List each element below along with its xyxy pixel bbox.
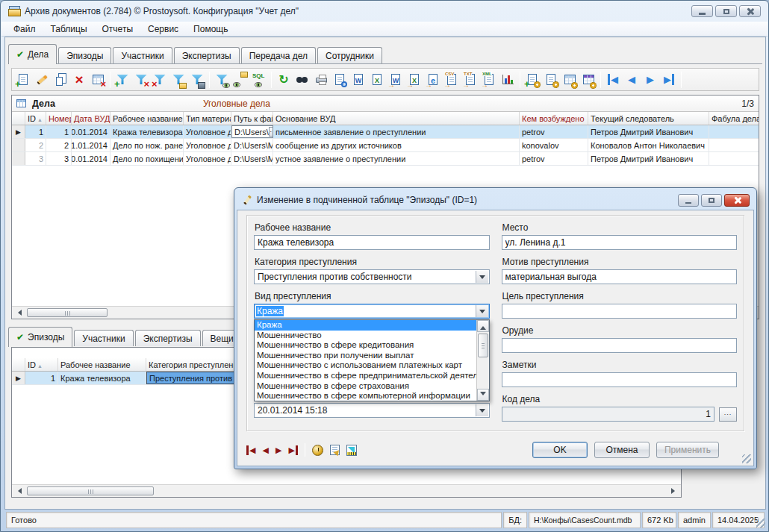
filter-save-icon[interactable] xyxy=(188,71,206,89)
chevron-down-icon[interactable] xyxy=(476,404,488,416)
tab-detail-episodes[interactable]: Эпизоды xyxy=(8,327,72,347)
chevron-down-icon[interactable] xyxy=(476,305,488,317)
close-button[interactable] xyxy=(739,5,761,17)
export-word-icon[interactable] xyxy=(349,71,367,89)
work-title-input[interactable] xyxy=(254,235,490,250)
export-html-icon[interactable] xyxy=(424,71,442,89)
table-row[interactable]: 3 3 10.01.2014 Дело по похищению Уголовн… xyxy=(12,152,759,166)
dropdown-item[interactable]: Мошенничество в сфере кредитования xyxy=(255,340,489,351)
chevron-down-icon[interactable] xyxy=(476,271,488,283)
tab-cases[interactable]: Дела xyxy=(8,44,57,64)
refresh-icon[interactable] xyxy=(275,71,293,89)
dropdown-vscrollbar[interactable] xyxy=(476,320,489,401)
export-csv-icon[interactable] xyxy=(443,71,461,89)
scroll-right-button[interactable] xyxy=(668,485,681,497)
maximize-button[interactable] xyxy=(715,5,737,17)
dialog-close-button[interactable] xyxy=(724,194,750,207)
subquery-view-icon[interactable] xyxy=(231,71,249,89)
col-fabula[interactable]: Фабула дела xyxy=(709,112,759,125)
cancel-button[interactable]: Отмена xyxy=(594,442,650,458)
col-work-title[interactable]: Рабочее название xyxy=(58,358,146,371)
dropdown-item[interactable]: Мошенничество при получении выплат xyxy=(255,351,489,361)
scroll-thumb[interactable] xyxy=(27,486,154,495)
nav-last-icon[interactable] xyxy=(660,71,678,89)
record-next-icon[interactable] xyxy=(275,445,281,455)
delete-from-table-icon[interactable] xyxy=(89,71,107,89)
dropdown-item[interactable]: Мошенничество с использованием платежных… xyxy=(255,360,489,371)
minimize-button[interactable] xyxy=(691,5,713,17)
nav-prev-icon[interactable] xyxy=(623,71,641,89)
form-settings-new-icon[interactable] xyxy=(523,71,541,89)
case-code-picker-button[interactable] xyxy=(719,407,737,422)
menu-service[interactable]: Сервис xyxy=(140,22,186,36)
record-first-icon[interactable] xyxy=(246,445,255,455)
form-edit-icon[interactable] xyxy=(330,445,340,455)
dropdown-item[interactable]: Кража xyxy=(255,320,489,331)
menu-tables[interactable]: Таблицы xyxy=(43,22,95,36)
scroll-down-button[interactable] xyxy=(477,389,489,401)
category-combobox[interactable]: Преступления против собственности xyxy=(254,269,490,284)
delete-record-icon[interactable]: × xyxy=(70,71,88,89)
col-work-title[interactable]: Рабочее название xyxy=(110,112,184,125)
nav-first-icon[interactable] xyxy=(604,71,622,89)
export-excel-template-icon[interactable] xyxy=(405,71,423,89)
col-file-path[interactable]: Путь к файлу xyxy=(231,112,273,125)
file-path-editor[interactable]: D:\Users\ xyxy=(231,125,273,138)
filter-clear-icon[interactable] xyxy=(151,71,169,89)
datetime-combobox[interactable]: 20.01.2014 15:18 xyxy=(254,403,490,418)
filter-view-icon[interactable] xyxy=(213,71,231,89)
table-row[interactable]: 2 2 21.01.2014 Дело по нож. ранению Угол… xyxy=(12,139,759,152)
filter-remove-icon[interactable] xyxy=(132,71,150,89)
add-record-icon[interactable] xyxy=(14,71,32,89)
tool-input[interactable] xyxy=(502,338,738,353)
menu-reports[interactable]: Отчеты xyxy=(95,22,140,36)
apply-button[interactable]: Применить xyxy=(656,442,719,458)
place-input[interactable] xyxy=(502,235,738,250)
tab-detail-participants[interactable]: Участники xyxy=(74,330,133,346)
chart-icon[interactable] xyxy=(499,71,517,89)
edit-record-icon[interactable] xyxy=(33,71,51,89)
tab-expertises[interactable]: Экспертизы xyxy=(174,47,240,63)
table-row[interactable]: 1 1 20.01.2014 Кража телевизора Уголовно… xyxy=(12,125,759,139)
search-icon[interactable] xyxy=(293,71,311,89)
col-vud-date[interactable]: Дата ВУД xyxy=(72,112,110,125)
grid-style-settings-icon[interactable] xyxy=(579,71,597,89)
tab-employees[interactable]: Сотрудники xyxy=(317,47,382,63)
record-last-icon[interactable] xyxy=(288,445,297,455)
print-icon[interactable] xyxy=(312,71,330,89)
col-material-type[interactable]: Тип материала xyxy=(184,112,231,125)
dialog-minimize-button[interactable] xyxy=(678,194,699,207)
dropdown-item[interactable]: Мошенничество xyxy=(255,331,489,341)
menu-help[interactable]: Помощь xyxy=(186,22,235,36)
tab-detail-expertises[interactable]: Экспертизы xyxy=(135,330,201,346)
dialog-maximize-button[interactable] xyxy=(701,194,722,207)
scroll-thumb[interactable] xyxy=(478,334,488,357)
menu-file[interactable]: Файл xyxy=(6,22,43,36)
col-id[interactable]: ID xyxy=(25,358,58,371)
col-number[interactable]: Номер xyxy=(46,112,72,125)
sql-view-icon[interactable] xyxy=(250,71,268,89)
grid-settings-icon[interactable] xyxy=(561,71,579,89)
ok-button[interactable]: OK xyxy=(532,442,588,458)
motive-input[interactable] xyxy=(502,269,738,284)
tab-participants[interactable]: Участники xyxy=(113,47,172,63)
export-xml-icon[interactable] xyxy=(480,71,498,89)
scroll-left-button[interactable] xyxy=(12,485,25,497)
tab-case-transfer[interactable]: Передача дел xyxy=(241,47,316,63)
col-vud-basis[interactable]: Основание ВУД xyxy=(273,112,520,125)
filter-open-icon[interactable] xyxy=(169,71,187,89)
export-txt-icon[interactable] xyxy=(461,71,479,89)
export-excel-icon[interactable] xyxy=(368,71,386,89)
copy-record-icon[interactable] xyxy=(52,71,69,89)
tab-episodes[interactable]: Эпизоды xyxy=(58,47,111,63)
clock-icon[interactable] xyxy=(312,445,323,456)
window-resize-grip[interactable] xyxy=(756,519,765,528)
dropdown-item[interactable]: Мошенничество в сфере предпринимательско… xyxy=(255,371,489,381)
case-code-input[interactable] xyxy=(502,407,715,422)
dropdown-item[interactable]: Мошенничество в сфере страхования xyxy=(255,381,489,392)
notes-input[interactable] xyxy=(502,372,738,387)
report-template-icon[interactable] xyxy=(346,445,357,456)
export-word-template-icon[interactable] xyxy=(387,71,405,89)
nav-next-icon[interactable] xyxy=(641,71,659,89)
scroll-left-button[interactable] xyxy=(12,307,25,319)
